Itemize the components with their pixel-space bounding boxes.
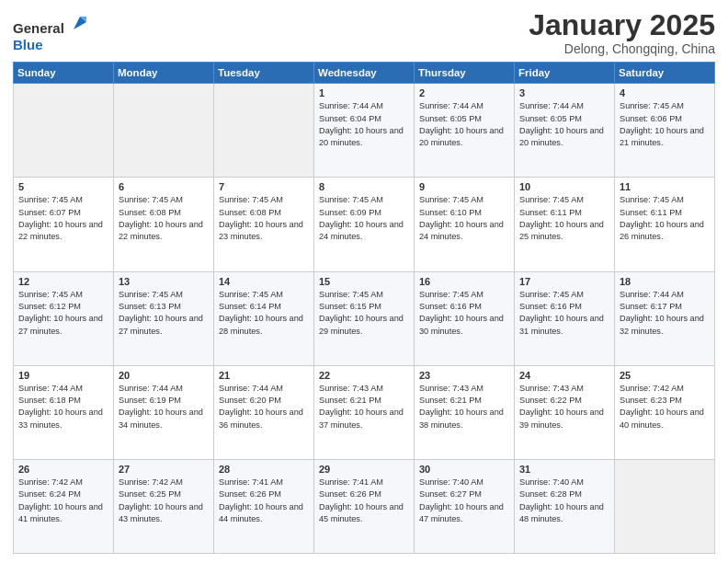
day-number: 21 bbox=[219, 370, 309, 381]
calendar-week-1: 1Sunrise: 7:44 AMSunset: 6:04 PMDaylight… bbox=[14, 84, 715, 178]
day-number: 1 bbox=[319, 87, 409, 98]
cell-info: Sunrise: 7:45 AMSunset: 6:12 PMDaylight:… bbox=[18, 289, 108, 338]
calendar-table: SundayMondayTuesdayWednesdayThursdayFrid… bbox=[13, 62, 715, 554]
calendar-cell: 21Sunrise: 7:44 AMSunset: 6:20 PMDayligh… bbox=[214, 365, 314, 459]
cell-info: Sunrise: 7:44 AMSunset: 6:04 PMDaylight:… bbox=[319, 100, 409, 149]
calendar-cell: 22Sunrise: 7:43 AMSunset: 6:21 PMDayligh… bbox=[314, 365, 415, 459]
calendar-week-4: 19Sunrise: 7:44 AMSunset: 6:18 PMDayligh… bbox=[14, 365, 715, 459]
day-number: 31 bbox=[519, 464, 609, 475]
cell-info: Sunrise: 7:45 AMSunset: 6:14 PMDaylight:… bbox=[219, 289, 309, 338]
calendar-cell: 8Sunrise: 7:45 AMSunset: 6:09 PMDaylight… bbox=[314, 178, 415, 271]
day-header-tuesday: Tuesday bbox=[214, 63, 314, 84]
day-number: 14 bbox=[219, 276, 309, 287]
cell-info: Sunrise: 7:44 AMSunset: 6:18 PMDaylight:… bbox=[18, 383, 108, 431]
cell-info: Sunrise: 7:44 AMSunset: 6:17 PMDaylight:… bbox=[620, 289, 710, 338]
calendar-cell: 20Sunrise: 7:44 AMSunset: 6:19 PMDayligh… bbox=[114, 365, 214, 459]
calendar-cell: 24Sunrise: 7:43 AMSunset: 6:22 PMDayligh… bbox=[515, 365, 615, 459]
calendar-cell bbox=[14, 84, 114, 178]
calendar-cell: 12Sunrise: 7:45 AMSunset: 6:12 PMDayligh… bbox=[14, 271, 114, 365]
day-number: 19 bbox=[18, 370, 108, 381]
calendar-cell: 10Sunrise: 7:45 AMSunset: 6:11 PMDayligh… bbox=[515, 178, 615, 271]
day-number: 7 bbox=[219, 181, 309, 192]
calendar-cell: 5Sunrise: 7:45 AMSunset: 6:07 PMDaylight… bbox=[14, 178, 114, 271]
calendar-cell: 30Sunrise: 7:40 AMSunset: 6:27 PMDayligh… bbox=[415, 459, 515, 553]
page: General Blue January 2025 Delong, Chongq… bbox=[0, 0, 728, 563]
day-header-monday: Monday bbox=[114, 63, 214, 84]
cell-info: Sunrise: 7:42 AMSunset: 6:24 PMDaylight:… bbox=[18, 477, 108, 525]
logo-blue: Blue bbox=[13, 37, 43, 52]
calendar-header-row: SundayMondayTuesdayWednesdayThursdayFrid… bbox=[14, 63, 715, 84]
logo: General Blue bbox=[13, 13, 90, 53]
cell-info: Sunrise: 7:45 AMSunset: 6:16 PMDaylight:… bbox=[519, 289, 609, 338]
day-number: 23 bbox=[419, 370, 509, 381]
cell-info: Sunrise: 7:43 AMSunset: 6:21 PMDaylight:… bbox=[419, 383, 509, 431]
day-number: 3 bbox=[519, 87, 609, 98]
calendar-cell: 13Sunrise: 7:45 AMSunset: 6:13 PMDayligh… bbox=[114, 271, 214, 365]
day-number: 15 bbox=[319, 276, 409, 287]
day-number: 2 bbox=[419, 87, 509, 98]
calendar-cell: 28Sunrise: 7:41 AMSunset: 6:26 PMDayligh… bbox=[214, 459, 314, 553]
calendar-cell: 7Sunrise: 7:45 AMSunset: 6:08 PMDaylight… bbox=[214, 178, 314, 271]
cell-info: Sunrise: 7:45 AMSunset: 6:11 PMDaylight:… bbox=[519, 194, 609, 243]
cell-info: Sunrise: 7:43 AMSunset: 6:22 PMDaylight:… bbox=[519, 383, 609, 431]
cell-info: Sunrise: 7:45 AMSunset: 6:10 PMDaylight:… bbox=[419, 194, 509, 243]
day-number: 13 bbox=[119, 276, 209, 287]
day-header-saturday: Saturday bbox=[615, 63, 715, 84]
day-number: 5 bbox=[18, 181, 108, 192]
cell-info: Sunrise: 7:40 AMSunset: 6:27 PMDaylight:… bbox=[419, 477, 509, 525]
day-number: 22 bbox=[319, 370, 409, 381]
calendar-cell bbox=[615, 459, 715, 553]
location: Delong, Chongqing, China bbox=[529, 41, 715, 56]
calendar-cell bbox=[214, 84, 314, 178]
day-number: 16 bbox=[419, 276, 509, 287]
cell-info: Sunrise: 7:40 AMSunset: 6:28 PMDaylight:… bbox=[519, 477, 609, 525]
cell-info: Sunrise: 7:42 AMSunset: 6:25 PMDaylight:… bbox=[119, 477, 209, 525]
day-number: 6 bbox=[119, 181, 209, 192]
day-header-thursday: Thursday bbox=[415, 63, 515, 84]
calendar-body: 1Sunrise: 7:44 AMSunset: 6:04 PMDaylight… bbox=[14, 84, 715, 554]
day-number: 9 bbox=[419, 181, 509, 192]
cell-info: Sunrise: 7:45 AMSunset: 6:08 PMDaylight:… bbox=[219, 194, 309, 243]
header: General Blue January 2025 Delong, Chongq… bbox=[13, 9, 715, 56]
day-number: 29 bbox=[319, 464, 409, 475]
cell-info: Sunrise: 7:45 AMSunset: 6:13 PMDaylight:… bbox=[119, 289, 209, 338]
day-header-friday: Friday bbox=[515, 63, 615, 84]
calendar-cell: 2Sunrise: 7:44 AMSunset: 6:05 PMDaylight… bbox=[415, 84, 515, 178]
calendar-cell: 1Sunrise: 7:44 AMSunset: 6:04 PMDaylight… bbox=[314, 84, 415, 178]
calendar-cell: 26Sunrise: 7:42 AMSunset: 6:24 PMDayligh… bbox=[14, 459, 114, 553]
calendar-cell: 3Sunrise: 7:44 AMSunset: 6:05 PMDaylight… bbox=[515, 84, 615, 178]
cell-info: Sunrise: 7:41 AMSunset: 6:26 PMDaylight:… bbox=[219, 477, 309, 525]
cell-info: Sunrise: 7:45 AMSunset: 6:08 PMDaylight:… bbox=[119, 194, 209, 243]
day-number: 17 bbox=[519, 276, 609, 287]
day-number: 12 bbox=[18, 276, 108, 287]
cell-info: Sunrise: 7:45 AMSunset: 6:15 PMDaylight:… bbox=[319, 289, 409, 338]
day-number: 27 bbox=[119, 464, 209, 475]
calendar-week-2: 5Sunrise: 7:45 AMSunset: 6:07 PMDaylight… bbox=[14, 178, 715, 271]
cell-info: Sunrise: 7:45 AMSunset: 6:07 PMDaylight:… bbox=[18, 194, 108, 243]
calendar-cell: 17Sunrise: 7:45 AMSunset: 6:16 PMDayligh… bbox=[515, 271, 615, 365]
cell-info: Sunrise: 7:45 AMSunset: 6:06 PMDaylight:… bbox=[620, 100, 710, 149]
logo-general: General bbox=[13, 20, 64, 36]
calendar-week-5: 26Sunrise: 7:42 AMSunset: 6:24 PMDayligh… bbox=[14, 459, 715, 553]
cell-info: Sunrise: 7:44 AMSunset: 6:05 PMDaylight:… bbox=[519, 100, 609, 149]
cell-info: Sunrise: 7:43 AMSunset: 6:21 PMDaylight:… bbox=[319, 383, 409, 431]
day-number: 4 bbox=[620, 87, 710, 98]
day-number: 30 bbox=[419, 464, 509, 475]
calendar-cell: 23Sunrise: 7:43 AMSunset: 6:21 PMDayligh… bbox=[415, 365, 515, 459]
day-number: 10 bbox=[519, 181, 609, 192]
calendar-week-3: 12Sunrise: 7:45 AMSunset: 6:12 PMDayligh… bbox=[14, 271, 715, 365]
calendar-cell: 18Sunrise: 7:44 AMSunset: 6:17 PMDayligh… bbox=[615, 271, 715, 365]
day-number: 8 bbox=[319, 181, 409, 192]
calendar-cell bbox=[114, 84, 214, 178]
calendar-cell: 25Sunrise: 7:42 AMSunset: 6:23 PMDayligh… bbox=[615, 365, 715, 459]
day-number: 24 bbox=[519, 370, 609, 381]
cell-info: Sunrise: 7:44 AMSunset: 6:20 PMDaylight:… bbox=[219, 383, 309, 431]
cell-info: Sunrise: 7:45 AMSunset: 6:16 PMDaylight:… bbox=[419, 289, 509, 338]
title-block: January 2025 Delong, Chongqing, China bbox=[529, 9, 715, 56]
calendar-cell: 4Sunrise: 7:45 AMSunset: 6:06 PMDaylight… bbox=[615, 84, 715, 178]
cell-info: Sunrise: 7:44 AMSunset: 6:19 PMDaylight:… bbox=[119, 383, 209, 431]
logo-icon bbox=[70, 13, 90, 33]
calendar-cell: 9Sunrise: 7:45 AMSunset: 6:10 PMDaylight… bbox=[415, 178, 515, 271]
calendar-cell: 11Sunrise: 7:45 AMSunset: 6:11 PMDayligh… bbox=[615, 178, 715, 271]
day-number: 20 bbox=[119, 370, 209, 381]
